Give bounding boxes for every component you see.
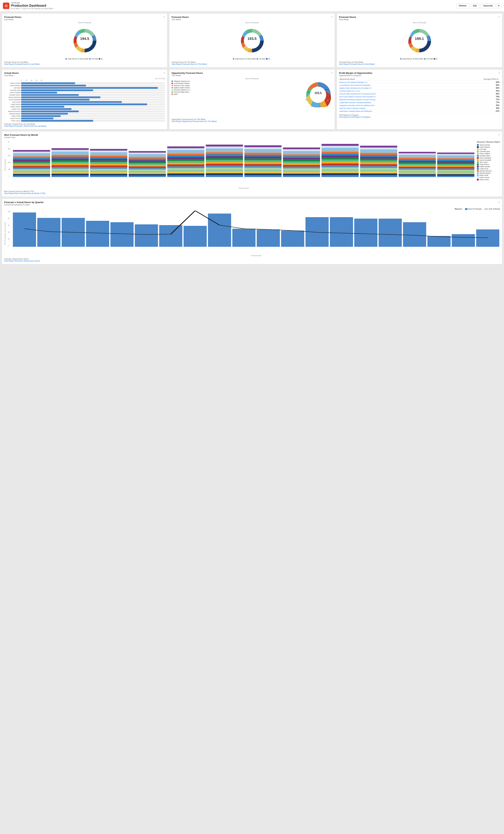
won-y-axis: 1k 800 600 400 200 0 <box>8 141 10 177</box>
svg-rect-51 <box>90 175 127 177</box>
edit-button[interactable]: Edit <box>470 3 479 8</box>
more-button[interactable]: ▾ <box>497 3 501 8</box>
profit-link[interactable]: View Report (Profit Report In Progress) <box>339 116 370 118</box>
bar-label: Lesley Fryar <box>4 108 20 110</box>
fa-legend: Measure Sum of Forecast Sum of Actual <box>4 208 500 210</box>
expand-icon[interactable]: ⤢ <box>498 201 500 203</box>
opp-name-cell[interactable]: Resource Hero Website Redesign v2.3 <box>339 81 451 84</box>
bar-label: Anil Patel <box>4 87 20 89</box>
won-legend-item: Jorge Ramos <box>477 163 500 166</box>
actual-link[interactable]: View Report (Forecast v Actual Hours for… <box>4 125 46 127</box>
opp-dot <box>172 87 173 88</box>
expand-icon[interactable]: ⤢ <box>498 71 500 74</box>
svg-rect-204 <box>437 176 475 177</box>
bar-outer <box>21 113 165 115</box>
expand-icon[interactable]: ⤢ <box>331 15 333 18</box>
forecast-this-link[interactable]: View Report (Forecast Hours for This Wee… <box>172 63 207 65</box>
opp-name-cell[interactable]: Dominion Media Svc 11.3.21 <box>339 90 451 92</box>
bar-outer <box>21 106 165 108</box>
expand-icon[interactable]: ⤢ <box>331 71 333 74</box>
svg-rect-217 <box>437 157 475 158</box>
svg-rect-89 <box>167 168 204 170</box>
profit-pct-cell: 36% <box>451 107 500 110</box>
svg-rect-195 <box>399 164 436 165</box>
svg-rect-212 <box>437 164 475 166</box>
svg-rect-122 <box>244 170 282 172</box>
svg-rect-167 <box>322 148 359 150</box>
svg-rect-59 <box>90 162 127 164</box>
opp-name-cell[interactable]: Prescott Valley Dashboard for Forecastin… <box>339 92 451 95</box>
svg-rect-90 <box>167 166 204 168</box>
svg-rect-219 <box>437 154 475 155</box>
won-legend-dot <box>477 151 479 152</box>
won-forecast-card: Won Forecast Hours by Month Current Year… <box>2 131 502 197</box>
svg-rect-228 <box>183 226 206 247</box>
svg-rect-224 <box>86 221 109 247</box>
svg-rect-173 <box>360 170 397 172</box>
opp-name-cell[interactable]: East Coase Pipeline Production and Excav… <box>339 95 451 98</box>
opp-name-cell[interactable]: Steel and Silver Production Analysis <box>339 107 451 110</box>
expand-icon[interactable]: ⤢ <box>498 133 500 136</box>
bar-inner <box>21 92 57 93</box>
svg-rect-129 <box>244 156 282 158</box>
profit-pct-cell: 77% <box>451 101 500 104</box>
opp-name-cell[interactable]: Integrated Automation Serive for Healthc… <box>339 104 451 107</box>
svg-rect-88 <box>167 170 204 172</box>
breadcrumb: Dashboard <box>11 2 53 4</box>
bar-outer <box>21 87 165 89</box>
col-avg-profit: Average Profit %... <box>451 78 500 81</box>
header: ⊞ Dashboard Production Dashboard As of M… <box>0 0 504 12</box>
forecast-next-link[interactable]: View Report (Forecast Hours for Next Wee… <box>339 63 375 65</box>
fa-link[interactable]: View Report (Forecast v Actual Hours (5y… <box>4 260 40 262</box>
svg-rect-56 <box>90 167 127 169</box>
table-row: Elaborate Rocketship Designed to Breach … <box>339 98 500 101</box>
svg-rect-132 <box>244 151 282 153</box>
svg-rect-168 <box>322 146 359 148</box>
opp-name-cell[interactable]: Adamantium Strenght Report and Distribut… <box>339 110 451 113</box>
svg-rect-188 <box>399 174 436 176</box>
subscribe-button[interactable]: Subscribe <box>481 3 496 8</box>
bar-label: Michael Monsoor <box>4 110 20 112</box>
svg-rect-71 <box>129 171 166 172</box>
won-x-axis-label: Forecast Date <box>12 187 475 189</box>
svg-rect-85 <box>167 175 204 177</box>
opp-name-cell[interactable]: Capital Bank Insitution Leanding Dashboa… <box>339 101 451 104</box>
bar-label: Alayna Ownby <box>4 82 20 84</box>
fa-chart-area: Sum of Forecast, Sum of Actual 10k 8k 6k… <box>4 211 500 257</box>
svg-rect-23 <box>13 166 50 168</box>
legend-item: Mi... <box>99 58 104 60</box>
won-legend-dot <box>477 177 479 178</box>
svg-rect-82 <box>129 154 166 156</box>
won-x-label: January 2020 <box>12 182 47 183</box>
svg-text:16: 16 <box>305 99 307 101</box>
opp-donut-svg: 193.5 109.1 17 9 17.4 16 18.1 <box>304 80 332 116</box>
opp-forecast-subtitle: This Week <box>172 74 332 76</box>
bar-row: Henry Wanderer <box>4 96 165 98</box>
svg-rect-237 <box>403 222 426 247</box>
opp-name-cell[interactable]: Local Wisdom About Interactive Infograph… <box>339 84 451 87</box>
expand-icon[interactable]: ⤢ <box>498 15 500 18</box>
forecast-last-link[interactable]: View Report (Forecast Hours for Last Wee… <box>4 63 40 65</box>
svg-rect-34 <box>52 175 89 177</box>
bar-outer <box>21 85 165 86</box>
expand-icon[interactable]: ⤢ <box>163 15 166 18</box>
fa-x-label: Q4 CY2017 <box>476 248 494 249</box>
actual-hours-card: Actual Hours Last Week ⤢ Sum of Actual 0… <box>2 69 167 129</box>
opp-name-cell[interactable]: Digitrax Studio Development and Update 5… <box>339 87 451 90</box>
expand-icon[interactable]: ⤢ <box>163 71 166 74</box>
refresh-button[interactable]: Refresh <box>456 3 469 8</box>
fa-legend-line <box>484 209 488 209</box>
svg-rect-203 <box>399 152 436 153</box>
won-link[interactable]: View Report (Won Forecast Hours by Month… <box>4 193 45 194</box>
svg-rect-139 <box>283 170 320 172</box>
svg-rect-99 <box>167 150 204 152</box>
svg-rect-185 <box>360 148 397 149</box>
svg-rect-44 <box>52 158 89 160</box>
svg-rect-163 <box>322 156 359 158</box>
svg-rect-240 <box>476 229 499 247</box>
forecast-actual-card: Forecast v Actual Hours by Quarter Curre… <box>2 199 502 264</box>
opp-link[interactable]: View Report (Opportunity Forecast Hours … <box>172 120 217 123</box>
bar-inner <box>21 94 79 96</box>
svg-rect-57 <box>90 166 127 167</box>
opp-name-cell[interactable]: Elaborate Rocketship Designed to Breach … <box>339 98 451 101</box>
